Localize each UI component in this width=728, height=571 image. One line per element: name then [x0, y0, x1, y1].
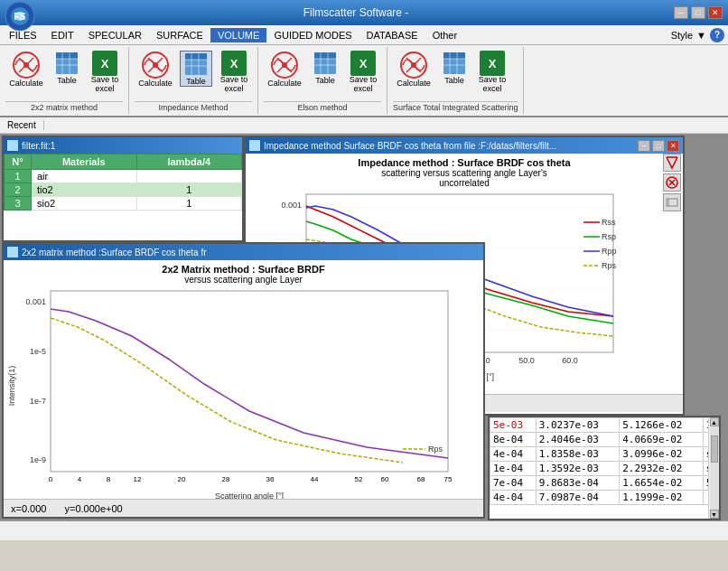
app-title: Filmscatter Software -: [5, 6, 674, 19]
svg-text:12: 12: [134, 475, 142, 483]
impedance-close[interactable]: ✕: [667, 140, 679, 152]
menu-edit[interactable]: EDIT: [44, 28, 81, 42]
svg-text:Intensity(1): Intensity(1): [7, 366, 16, 407]
impedance-minimize[interactable]: ─: [638, 140, 650, 152]
plot-subtitle1: scattering versus scattering angle Layer…: [247, 168, 681, 178]
plot-subtitle2: uncorrelated: [247, 178, 681, 188]
style-dropdown[interactable]: ▼: [696, 30, 706, 41]
svg-text:8: 8: [107, 475, 111, 483]
surface-calculate-label: Calculate: [397, 80, 431, 89]
help-button[interactable]: ?: [710, 28, 724, 42]
matrix-calculate-button[interactable]: Calculate: [5, 51, 47, 89]
data-row-2: 8e-04 2.4046e-03 4.0669e-02: [490, 433, 719, 447]
status-bar: [0, 520, 728, 540]
impedance-calculate-label: Calculate: [138, 80, 173, 89]
scroll-track[interactable]: [710, 426, 719, 510]
row-lambda-3: 1: [136, 197, 241, 211]
table-row: 1 air: [5, 170, 242, 183]
close-button[interactable]: ✕: [708, 6, 723, 19]
impedance-plot-title: Impedance method Surface BRDF cos theta …: [264, 141, 638, 151]
svg-text:60: 60: [381, 475, 389, 483]
sidebar-btn-3[interactable]: [663, 193, 681, 211]
scrollbar[interactable]: ▲ ▼: [708, 417, 719, 519]
svg-text:1e-5: 1e-5: [30, 347, 46, 356]
col-materials: Materials: [32, 154, 137, 170]
maximize-button[interactable]: □: [691, 6, 705, 19]
matrix-table-label: Table: [57, 76, 77, 85]
svg-rect-19: [185, 53, 207, 60]
surface-table-button[interactable]: Table: [438, 51, 471, 85]
col-num: N°: [5, 154, 32, 170]
minimize-button[interactable]: ─: [674, 6, 688, 19]
matrix-plot-content: 2x2 Matrix method : Surface BRDF versus …: [4, 260, 483, 514]
row-num-1: 1: [5, 170, 32, 183]
scroll-thumb[interactable]: [711, 435, 718, 463]
data-table-scroll[interactable]: 5e-03 3.0237e-03 5.1266e-02 1 8e-04 2.40…: [490, 417, 719, 519]
plot-main-title: Impedance method : Surface BRDF cos thet…: [247, 157, 681, 168]
svg-rect-77: [51, 291, 448, 472]
sidebar-btn-1[interactable]: [663, 154, 681, 172]
matrix-coord-y: y=0.000e+00: [64, 503, 122, 514]
surface-excel-label: Save to excel: [474, 76, 510, 94]
recent-label[interactable]: Recent: [0, 120, 44, 130]
svg-text:68: 68: [417, 475, 425, 483]
elson-excel-button[interactable]: X Save to excel: [345, 51, 381, 94]
menu-guided[interactable]: GUIDED MODES: [266, 28, 359, 42]
table-icon: [54, 51, 79, 76]
matrix-section-label: 2x2 matrix method: [5, 101, 123, 112]
svg-text:Rss: Rss: [602, 218, 616, 227]
window-controls: ─ □ ✕: [674, 6, 723, 19]
row-material-3: sio2: [32, 197, 137, 211]
impedance-table-label: Table: [186, 77, 206, 86]
elson-table-button[interactable]: Table: [309, 51, 341, 85]
data-row-1: 5e-03 3.0237e-03 5.1266e-02 1: [490, 418, 719, 433]
scroll-up[interactable]: ▲: [710, 417, 719, 426]
elson-table-icon: [313, 51, 338, 76]
matrix-coord-x: x=0.000: [11, 503, 46, 514]
main-content: filter.fit:1 N° Materials lambda/4 1 air…: [0, 134, 728, 520]
surface-section-label: Surface Total Integrated Scattering: [393, 101, 518, 112]
filter-panel-titlebar: filter.fit:1: [4, 137, 242, 154]
menu-other[interactable]: Other: [425, 28, 465, 42]
menu-database[interactable]: DATABASE: [359, 28, 425, 42]
impedance-excel-icon: X: [221, 51, 247, 76]
svg-text:50.0: 50.0: [518, 356, 535, 365]
matrix-plot-window: 2x2 matrix method :Surface BRDF cos thet…: [2, 242, 485, 519]
toolbar-section-surface: Calculate Table X Save to exce: [387, 47, 524, 114]
impedance-window-controls: ─ □ ✕: [638, 140, 679, 152]
svg-rect-29: [314, 52, 336, 59]
elson-section-label: Elson method: [264, 101, 381, 112]
menu-specular[interactable]: SPECULAR: [81, 28, 149, 42]
matrix-coord-bar: x=0.000 y=0.000e+00: [4, 499, 483, 517]
elson-calculate-button[interactable]: Calculate: [264, 51, 305, 89]
svg-text:Rsp: Rsp: [602, 232, 616, 241]
surface-calculate-button[interactable]: Calculate: [393, 51, 434, 89]
svg-text:0.001: 0.001: [281, 201, 302, 210]
matrix-calculate-label: Calculate: [9, 80, 43, 89]
sidebar-btn-2[interactable]: [663, 173, 681, 192]
impedance-section-label: Impedance Method: [135, 101, 252, 112]
menu-surface[interactable]: SURFACE: [149, 28, 210, 42]
data-row-5: 7e-04 9.8683e-04 1.6654e-02 5: [490, 476, 719, 491]
impedance-table-button[interactable]: Table: [180, 51, 212, 87]
svg-rect-39: [443, 52, 465, 59]
impedance-calculate-button[interactable]: Calculate: [135, 51, 176, 89]
menu-volume[interactable]: VOLUME: [210, 28, 266, 42]
table-row: 3 sio2 1: [5, 197, 242, 211]
row-lambda-2: 1: [136, 183, 241, 197]
impedance-plot-titlebar: Impedance method Surface BRDF cos theta …: [246, 137, 683, 154]
scroll-down[interactable]: ▼: [710, 510, 719, 519]
svg-text:20: 20: [178, 475, 186, 483]
svg-text:4: 4: [78, 475, 82, 483]
matrix-excel-button[interactable]: X Save to excel: [87, 51, 123, 94]
impedance-excel-button[interactable]: X Save to excel: [216, 51, 252, 94]
matrix-plot-titlebar: 2x2 matrix method :Surface BRDF cos thet…: [4, 244, 483, 260]
surface-excel-button[interactable]: X Save to excel: [474, 51, 510, 94]
impedance-maximize[interactable]: □: [652, 140, 665, 152]
elson-calc-icon: [270, 51, 299, 80]
toolbar-section-impedance: Calculate Table X Save to exce: [129, 47, 258, 114]
row-num-2: 2: [5, 183, 32, 197]
svg-text:Rps: Rps: [602, 261, 617, 270]
matrix-plot-svg: 0.001 1e-5 1e-7 1e-9 Intensity(1) 0 4 8 …: [5, 286, 475, 512]
matrix-table-button[interactable]: Table: [51, 51, 83, 85]
